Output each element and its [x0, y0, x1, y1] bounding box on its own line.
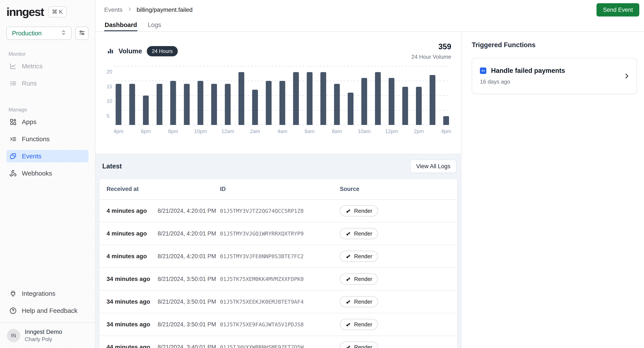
svg-text:12pm: 12pm — [385, 128, 398, 134]
svg-text:6am: 6am — [305, 128, 315, 134]
absolute-time: 8/21/2024, 3:50:01 PM — [158, 321, 216, 328]
range-badge[interactable]: 24 Hours — [147, 46, 178, 56]
chevron-right-icon — [127, 7, 132, 14]
event-row[interactable]: 34 minutes ago8/21/2024, 3:50:01 PM01J5T… — [99, 267, 457, 290]
sidebar-item-apps[interactable]: Apps — [6, 116, 88, 128]
tab-logs[interactable]: Logs — [147, 20, 162, 31]
source-render-badge[interactable]: Render — [340, 341, 378, 348]
sidebar-item-events[interactable]: Events — [6, 150, 88, 162]
source-render-badge[interactable]: Render — [340, 296, 378, 307]
cell-source: Render — [340, 228, 450, 239]
absolute-time: 8/21/2024, 3:50:01 PM — [158, 298, 216, 305]
line-chart-icon — [10, 63, 17, 70]
breadcrumb: Events billing/payment.failed — [104, 7, 192, 14]
sidebar-item-label: Help and Feedback — [22, 307, 78, 314]
sidebar-item-metrics[interactable]: Metrics — [6, 60, 88, 72]
event-id: 01J5TK75XEEKJK0EMJBTET9AF4 — [220, 299, 340, 305]
svg-text:8pm: 8pm — [168, 128, 178, 134]
event-row[interactable]: 34 minutes ago8/21/2024, 3:50:01 PM01J5T… — [99, 290, 457, 313]
function-last-triggered: 16 days ago — [480, 78, 617, 85]
breadcrumb-events-link[interactable]: Events — [104, 7, 122, 13]
tab-dashboard[interactable]: Dashboard — [104, 20, 137, 31]
event-row[interactable]: 4 minutes ago8/21/2024, 4:20:01 PM01J5TM… — [99, 199, 457, 222]
triggered-functions-title: Triggered Functions — [472, 41, 637, 49]
sidebar-item-label: Metrics — [22, 63, 42, 70]
environment-settings-button[interactable] — [75, 27, 88, 40]
send-event-button[interactable]: Send Event — [596, 3, 639, 17]
environment-select[interactable]: Production — [6, 27, 72, 40]
source-render-badge[interactable]: Render — [340, 319, 378, 330]
sliders-icon — [78, 29, 85, 37]
relative-time: 34 minutes ago — [106, 298, 150, 305]
event-row[interactable]: 34 minutes ago8/21/2024, 3:50:01 PM01J5T… — [99, 313, 457, 335]
render-icon — [345, 344, 351, 348]
source-label: Render — [354, 208, 372, 214]
workspace-row: Production — [6, 27, 88, 40]
events-table-header: Received at ID Source — [99, 179, 457, 199]
event-row[interactable]: 44 minutes ago8/21/2024, 3:40:01 PM01J5T… — [99, 335, 457, 348]
column-id: ID — [220, 186, 340, 193]
relative-time: 4 minutes ago — [106, 230, 147, 237]
function-code-icon — [480, 68, 486, 74]
column-source: Source — [340, 186, 450, 193]
events-table-body: 4 minutes ago8/21/2024, 4:20:01 PM01J5TM… — [99, 199, 457, 348]
main-area: Events billing/payment.failed Send Event… — [96, 0, 644, 348]
triggered-function-card[interactable]: Handle failed payments 16 days ago — [472, 58, 637, 94]
logo-row: inngest ⌘ K — [6, 5, 88, 19]
app-root: inngest ⌘ K Production Monitor Metrics R… — [0, 0, 644, 348]
cell-received-at: 44 minutes ago8/21/2024, 3:40:01 PM — [106, 344, 220, 348]
svg-text:10: 10 — [106, 98, 112, 104]
svg-text:10pm: 10pm — [194, 128, 207, 134]
chevron-right-icon — [623, 73, 630, 80]
sidebar-item-runs[interactable]: Runs — [6, 77, 88, 90]
svg-text:5: 5 — [106, 113, 109, 118]
bar-chart-icon — [107, 47, 114, 55]
svg-text:15: 15 — [106, 83, 112, 89]
absolute-time: 8/21/2024, 3:50:01 PM — [158, 276, 216, 282]
chevrons-up-down-icon — [60, 29, 67, 37]
inngest-logo[interactable]: inngest — [6, 6, 44, 18]
svg-text:12am: 12am — [221, 128, 234, 134]
svg-text:8am: 8am — [332, 128, 342, 134]
volume-total-caption: 24 Hour Volume — [412, 54, 451, 60]
sidebar-item-label: Events — [22, 152, 42, 160]
source-label: Render — [354, 230, 372, 237]
sidebar-item-functions[interactable]: Functions — [6, 133, 88, 145]
topbar: Events billing/payment.failed Send Event — [96, 0, 644, 20]
cell-source: Render — [340, 341, 450, 348]
sidebar-footer: Integrations Help and Feedback IN Innges… — [6, 287, 88, 348]
breadcrumb-current: billing/payment.failed — [137, 7, 193, 13]
source-label: Render — [354, 298, 372, 305]
sidebar-item-label: Webhooks — [22, 170, 52, 177]
user-menu[interactable]: IN Inngest Demo Charly Poly — [6, 323, 88, 348]
render-icon — [345, 276, 351, 282]
sidebar-item-webhooks[interactable]: Webhooks — [6, 167, 88, 180]
event-row[interactable]: 4 minutes ago8/21/2024, 4:20:01 PM01J5TM… — [99, 245, 457, 267]
source-label: Render — [354, 344, 372, 348]
cell-received-at: 34 minutes ago8/21/2024, 3:50:01 PM — [106, 298, 220, 305]
view-all-logs-button[interactable]: View All Logs — [410, 160, 456, 173]
relative-time: 34 minutes ago — [106, 276, 150, 282]
command-k-shortcut[interactable]: ⌘ K — [48, 7, 67, 17]
sidebar-item-label: Runs — [22, 80, 37, 87]
cell-source: Render — [340, 251, 450, 262]
cell-received-at: 4 minutes ago8/21/2024, 4:20:01 PM — [106, 208, 220, 214]
latest-title: Latest — [102, 162, 122, 170]
render-icon — [345, 299, 351, 305]
cell-source: Render — [340, 296, 450, 307]
help-circle-icon — [10, 307, 17, 314]
render-icon — [345, 208, 351, 214]
source-render-badge[interactable]: Render — [340, 251, 378, 262]
render-icon — [345, 231, 351, 237]
sidebar-item-help[interactable]: Help and Feedback — [6, 304, 88, 317]
tabbar: Dashboard Logs — [96, 20, 644, 32]
user-name: Charly Poly — [25, 336, 62, 342]
event-row[interactable]: 4 minutes ago8/21/2024, 4:20:01 PM01J5TM… — [99, 222, 457, 245]
environment-select-value: Production — [12, 30, 42, 37]
source-render-badge[interactable]: Render — [340, 273, 378, 285]
source-render-badge[interactable]: Render — [340, 205, 378, 216]
cell-received-at: 4 minutes ago8/21/2024, 4:20:01 PM — [106, 253, 220, 260]
cell-received-at: 34 minutes ago8/21/2024, 3:50:01 PM — [106, 276, 220, 282]
sidebar-item-integrations[interactable]: Integrations — [6, 287, 88, 300]
source-render-badge[interactable]: Render — [340, 228, 378, 239]
